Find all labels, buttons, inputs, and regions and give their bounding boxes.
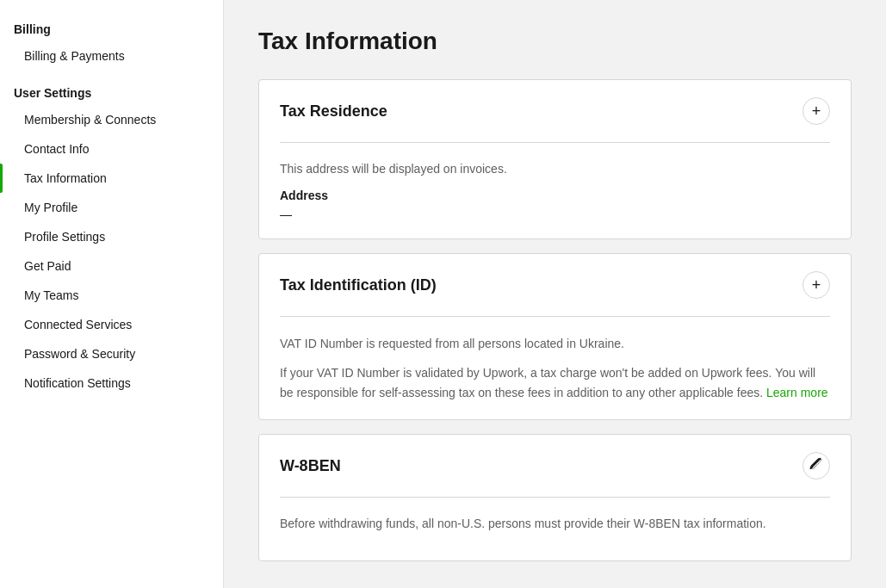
billing-section: Billing Billing & Payments bbox=[0, 14, 223, 71]
w8ben-card-header[interactable]: W-8BEN bbox=[259, 435, 851, 497]
sidebar-item-connected-services[interactable]: Connected Services bbox=[0, 310, 223, 339]
w8ben-card-body: Before withdrawing funds, all non-U.S. p… bbox=[259, 498, 851, 560]
learn-more-link[interactable]: Learn more bbox=[766, 386, 828, 399]
w8ben-title: W-8BEN bbox=[280, 457, 341, 475]
sidebar-item-profile-settings[interactable]: Profile Settings bbox=[0, 222, 223, 251]
user-settings-section-label: User Settings bbox=[0, 77, 223, 105]
tax-residence-expand-button[interactable]: + bbox=[802, 97, 830, 125]
pencil-icon bbox=[809, 457, 823, 475]
sidebar-item-billing-payments[interactable]: Billing & Payments bbox=[0, 41, 223, 71]
tax-identification-expand-button[interactable]: + bbox=[802, 271, 830, 299]
address-label: Address bbox=[280, 189, 830, 202]
sidebar-item-get-paid[interactable]: Get Paid bbox=[0, 251, 223, 281]
tax-residence-description: This address will be displayed on invoic… bbox=[280, 160, 830, 178]
page-title: Tax Information bbox=[258, 28, 852, 55]
vat-text-1: VAT ID Number is requested from all pers… bbox=[280, 334, 830, 353]
address-value: — bbox=[280, 207, 830, 221]
sidebar-item-password-security[interactable]: Password & Security bbox=[0, 339, 223, 368]
sidebar-item-my-teams[interactable]: My Teams bbox=[0, 281, 223, 310]
sidebar: Billing Billing & Payments User Settings… bbox=[0, 0, 224, 588]
sidebar-item-tax-information[interactable]: Tax Information bbox=[0, 164, 223, 193]
tax-identification-card: Tax Identification (ID) + VAT ID Number … bbox=[258, 253, 852, 420]
tax-identification-card-body: VAT ID Number is requested from all pers… bbox=[259, 317, 851, 419]
tax-identification-card-header[interactable]: Tax Identification (ID) + bbox=[259, 254, 851, 316]
tax-identification-title: Tax Identification (ID) bbox=[280, 276, 437, 294]
w8ben-card: W-8BEN Before withdrawing funds, all non… bbox=[258, 434, 852, 561]
sidebar-item-contact-info[interactable]: Contact Info bbox=[0, 134, 223, 164]
plus-icon: + bbox=[812, 276, 821, 294]
billing-section-label: Billing bbox=[0, 14, 223, 41]
tax-residence-card-body: This address will be displayed on invoic… bbox=[259, 143, 851, 238]
w8ben-edit-button[interactable] bbox=[802, 452, 830, 480]
sidebar-item-membership-connects[interactable]: Membership & Connects bbox=[0, 105, 223, 134]
w8ben-description: Before withdrawing funds, all non-U.S. p… bbox=[280, 515, 830, 533]
user-settings-section: User Settings Membership & Connects Cont… bbox=[0, 77, 223, 398]
tax-residence-card-header[interactable]: Tax Residence + bbox=[259, 80, 851, 142]
tax-residence-title: Tax Residence bbox=[280, 102, 387, 121]
sidebar-item-my-profile[interactable]: My Profile bbox=[0, 193, 223, 222]
plus-icon: + bbox=[812, 102, 821, 121]
main-content: Tax Information Tax Residence + This add… bbox=[224, 0, 886, 588]
vat-text-2: If your VAT ID Number is validated by Up… bbox=[280, 363, 830, 402]
sidebar-item-notification-settings[interactable]: Notification Settings bbox=[0, 368, 223, 398]
tax-residence-card: Tax Residence + This address will be dis… bbox=[258, 79, 852, 239]
